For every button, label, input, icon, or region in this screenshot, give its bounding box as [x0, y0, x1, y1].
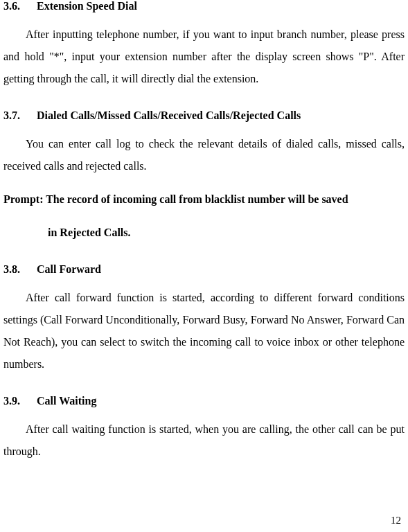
prompt-text-line1: Prompt: The record of incoming call from… [3, 188, 405, 211]
page-number: 12 [391, 515, 401, 526]
section-body: After call forward function is started, … [3, 287, 405, 375]
section-heading-3-8: 3.8.Call Forward [3, 263, 405, 276]
section-body: After inputting telephone number, if you… [3, 24, 405, 90]
section-title: Call Waiting [37, 395, 96, 407]
section-heading-3-6: 3.6.Extension Speed Dial [3, 0, 405, 12]
section-number: 3.6. [3, 0, 20, 12]
section-heading-3-7: 3.7.Dialed Calls/Missed Calls/Received C… [3, 109, 405, 122]
section-number: 3.8. [3, 263, 20, 276]
section-heading-3-9: 3.9.Call Waiting [3, 395, 405, 407]
prompt-text-line2: in Rejected Calls. [3, 222, 405, 244]
section-title: Call Forward [37, 263, 101, 275]
section-body: After call waiting function is started, … [3, 418, 405, 463]
section-title: Extension Speed Dial [37, 0, 137, 12]
document-page: 3.6.Extension Speed Dial After inputting… [0, 0, 408, 463]
section-body: You can enter call log to check the rele… [3, 133, 405, 177]
section-number: 3.9. [3, 395, 20, 407]
section-number: 3.7. [3, 109, 20, 122]
section-title: Dialed Calls/Missed Calls/Received Calls… [37, 109, 301, 121]
